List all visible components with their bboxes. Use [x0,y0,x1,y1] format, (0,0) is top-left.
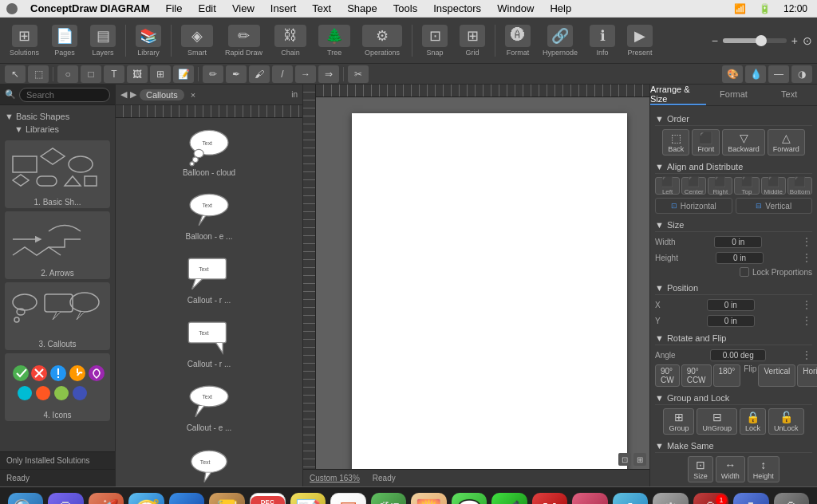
position-section-header[interactable]: ▼Position [655,280,812,295]
x-input[interactable] [707,299,755,311]
menu-window[interactable]: Window [494,2,537,14]
present-btn[interactable]: ▶ Present [622,25,657,57]
dock-downloads[interactable]: ⬇ [733,493,769,505]
dock-messages[interactable]: 💬 [452,493,487,505]
canvas-page-area[interactable]: ⊡ ⊞ [316,97,649,469]
callout-oval-item[interactable]: Text Callout oval ... [120,442,298,486]
same-width-btn[interactable]: ↔ Width [716,456,745,482]
ruler-toggle[interactable]: in [291,90,298,99]
callouts-forward-icon[interactable]: ▶ [130,89,136,100]
arrow-tool[interactable]: ⇒ [318,65,339,83]
lock-checkbox[interactable] [740,267,749,277]
angle-stepper[interactable]: ⋮ [801,348,812,361]
chain-btn[interactable]: ⛓ Chain [270,25,311,57]
flip-vertical-btn[interactable]: Vertical [758,364,795,387]
angle-input[interactable] [710,349,766,361]
scissors-tool[interactable]: ✂ [348,65,369,83]
backward-btn[interactable]: ▽ Backward [722,129,765,156]
dock-app-badge[interactable]: 🗑 1 [693,493,729,505]
height-stepper[interactable]: ⋮ [801,251,812,264]
tab-text[interactable]: Text [761,85,817,105]
zoom-out-icon[interactable]: − [712,34,718,47]
x-stepper[interactable]: ⋮ [801,298,812,311]
width-input[interactable] [714,236,762,248]
lock-proportions[interactable]: Lock Proportions [740,267,812,277]
align-top-btn[interactable]: ⬛ Top [734,177,759,195]
dock-music[interactable]: ♪ [572,493,608,505]
canvas-expand-btn[interactable]: ⊞ [633,453,646,466]
menu-edit[interactable]: Edit [195,2,219,14]
layers-btn[interactable]: ▤ Layers [85,25,120,57]
unlock-btn[interactable]: 🔓 UnLock [768,408,804,435]
menu-tools[interactable]: Tools [390,2,420,14]
make-same-section-header[interactable]: ▼Make Same [655,438,812,453]
line-tool[interactable]: / [272,65,293,83]
zoom-fit-icon[interactable]: ⊙ [803,34,812,47]
menu-app[interactable]: ConceptDraw DIAGRAM [27,2,153,14]
dock-photos[interactable]: 🌅 [411,493,447,505]
horizontal-distribute-btn[interactable]: ⊡ Horizontal [655,198,732,214]
select-rect-tool[interactable]: ⬚ [28,65,49,83]
ungroup-btn[interactable]: ⊟ UnGroup [697,408,737,435]
callout-ellipse-item[interactable]: Text Callout - e ... [120,378,298,435]
grid-btn[interactable]: ⊞ Grid [455,25,490,57]
dock-mail[interactable]: ✉ [169,493,205,505]
snap-btn[interactable]: ⊡ Snap [417,25,452,57]
balloon-ellipse-item[interactable]: Text Balloon - e ... [120,187,298,244]
dock-appstore[interactable]: A [613,493,649,505]
menu-inspectors[interactable]: Inspectors [430,2,484,14]
dock-notefile[interactable]: 📒 [209,493,245,505]
rotate-cw-btn[interactable]: 90° CW [655,364,680,387]
balloon-cloud-item[interactable]: Text Balloon - cloud [120,123,298,180]
fill-tool[interactable]: 💧 [745,65,766,83]
menu-file[interactable]: File [163,2,186,14]
dock-finder[interactable]: 🔍 [8,493,44,505]
shape-set-1[interactable]: 1. Basic Sh... [5,140,110,208]
callout-rect2-item[interactable]: Text Callout - r ... [120,314,298,372]
basic-shapes-header[interactable]: ▼Basic Shapes [5,110,110,123]
menu-insert[interactable]: Insert [267,2,300,14]
format-btn[interactable]: 🅐 Format [500,25,535,57]
align-section-header[interactable]: ▼Align and Distribute [655,159,812,174]
hypernode-btn[interactable]: 🔗 Hypernode [538,25,582,57]
same-height-btn[interactable]: ↕ Height [748,456,780,482]
shape-set-3[interactable]: 3. Callouts [5,282,110,350]
libraries-header[interactable]: ▼Libraries [5,123,110,136]
dock-rocket[interactable]: 🚀 [89,493,124,505]
y-input[interactable] [707,315,755,327]
library-btn[interactable]: 📚 Library [131,25,166,57]
height-input[interactable] [716,252,764,264]
dock-news[interactable]: N [532,493,568,505]
search-input[interactable] [19,88,110,102]
tree-btn[interactable]: 🌲 Tree [314,25,355,57]
dock-maps[interactable]: 🗺 [371,493,407,505]
rotate-ccw-btn[interactable]: 90° CCW [681,364,712,387]
zoom-display[interactable]: Custom 163% [310,474,360,482]
pen-tool[interactable]: ✏ [203,65,223,83]
group-btn[interactable]: ⊞ Group [663,408,694,435]
solutions-btn[interactable]: ⊞ Solutions [5,25,44,57]
tab-arrange-size[interactable]: Arrange & Size [650,85,706,105]
callouts-close-icon[interactable]: × [191,90,195,100]
shadow-tool[interactable]: ◑ [791,65,812,83]
group-section-header[interactable]: ▼Group and Lock [655,390,812,405]
align-right-btn[interactable]: ⬛ Right [708,177,732,195]
select-tool[interactable]: ↖ [5,65,26,83]
dock-facetime[interactable]: 📹 [491,493,527,505]
callouts-tab[interactable]: Callouts [140,89,184,100]
canvas-fit-btn[interactable]: ⊡ [618,453,631,466]
back-btn[interactable]: ⬚ Back [662,129,689,156]
apple-icon[interactable] [6,3,18,14]
y-stepper[interactable]: ⋮ [801,314,812,327]
align-bottom-btn[interactable]: ⬛ Bottom [787,177,812,195]
menu-text[interactable]: Text [309,2,334,14]
brush-tool[interactable]: 🖌 [249,65,270,83]
rotate-180-btn[interactable]: 180° [713,364,741,387]
align-middle-btn[interactable]: ⬛ Middle [761,177,786,195]
table-tool[interactable]: ⊞ [150,65,171,83]
same-size-btn[interactable]: ⊡ Size [688,456,713,482]
color-tool[interactable]: 🎨 [722,65,743,83]
oval-tool[interactable]: ○ [57,65,78,83]
align-left-btn[interactable]: ⬛ Left [655,177,680,195]
install-solutions-btn[interactable]: Only Installed Solutions [0,451,115,469]
